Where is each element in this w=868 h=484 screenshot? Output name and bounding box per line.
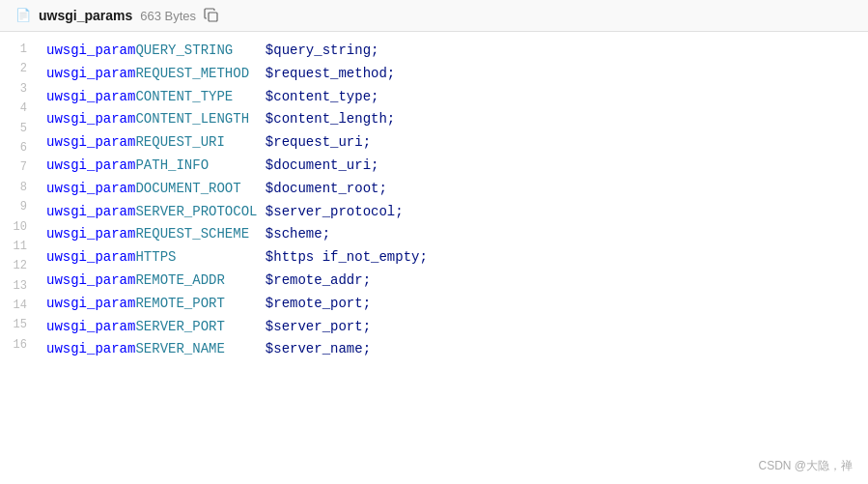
param-name: SERVER_PROTOCOL: [135, 201, 265, 224]
param-value: $content_length;: [266, 108, 395, 131]
code-line: uwsgi_param QUERY_STRING $query_string;: [46, 40, 860, 63]
copy-icon[interactable]: [204, 8, 219, 23]
param-value: $query_string;: [266, 40, 379, 63]
file-icon: 📄: [15, 8, 31, 23]
code-line: uwsgi_param REMOTE_PORT $remote_port;: [46, 293, 860, 316]
header: 📄 uwsgi_params 663 Bytes: [0, 0, 868, 32]
param-name: HTTPS: [135, 246, 265, 270]
line-number: 8: [8, 178, 27, 197]
file-name: uwsgi_params: [39, 8, 132, 23]
param-value: $request_uri;: [266, 131, 371, 155]
param-name: SERVER_NAME: [135, 338, 265, 361]
code-line: uwsgi_param HTTPS $https if_not_empty;: [46, 246, 860, 270]
param-name: PATH_INFO: [135, 155, 265, 178]
watermark: CSDN @大隐，禅: [758, 458, 853, 474]
file-size: 663 Bytes: [140, 9, 196, 23]
param-name: SERVER_PORT: [135, 316, 265, 339]
line-number: 14: [8, 296, 27, 315]
line-number: 10: [8, 217, 27, 237]
keyword: uwsgi_param: [46, 63, 135, 86]
keyword: uwsgi_param: [46, 131, 135, 155]
code-line: uwsgi_param CONTENT_TYPE $content_type;: [46, 86, 860, 109]
keyword: uwsgi_param: [46, 178, 135, 201]
param-value: $content_type;: [266, 86, 379, 109]
param-value: $server_port;: [266, 316, 371, 339]
code-line: uwsgi_param REQUEST_METHOD $request_meth…: [46, 63, 860, 86]
param-name: REMOTE_PORT: [135, 293, 265, 316]
keyword: uwsgi_param: [46, 223, 135, 246]
keyword: uwsgi_param: [46, 201, 135, 224]
param-value: $document_uri;: [266, 155, 379, 178]
param-value: $server_protocol;: [266, 201, 404, 224]
line-number: 11: [8, 237, 27, 256]
param-name: REQUEST_URI: [135, 131, 265, 155]
param-value: $https if_not_empty;: [266, 246, 428, 270]
code-line: uwsgi_param REQUEST_URI $request_uri;: [46, 131, 860, 155]
keyword: uwsgi_param: [46, 246, 135, 270]
param-name: REMOTE_ADDR: [135, 270, 265, 293]
svg-rect-0: [209, 13, 217, 21]
code-line: uwsgi_param SERVER_NAME $server_name;: [46, 338, 860, 361]
param-name: QUERY_STRING: [135, 40, 265, 63]
keyword: uwsgi_param: [46, 293, 135, 316]
keyword: uwsgi_param: [46, 338, 135, 361]
code-line: uwsgi_param SERVER_PORT $server_port;: [46, 316, 860, 339]
param-value: $document_root;: [266, 178, 387, 201]
line-number: 5: [8, 119, 27, 138]
keyword: uwsgi_param: [46, 270, 135, 293]
keyword: uwsgi_param: [46, 316, 135, 339]
line-number: 6: [8, 138, 27, 157]
line-number: 12: [8, 256, 27, 275]
param-name: REQUEST_SCHEME: [135, 223, 265, 246]
line-number: 4: [8, 99, 27, 118]
line-number: 2: [8, 59, 27, 78]
line-number: 7: [8, 157, 27, 177]
param-value: $scheme;: [266, 223, 330, 246]
param-value: $server_name;: [266, 338, 371, 361]
keyword: uwsgi_param: [46, 40, 135, 63]
param-value: $remote_addr;: [266, 270, 371, 293]
param-value: $remote_port;: [266, 293, 371, 316]
line-number: 1: [8, 40, 27, 59]
code-line: uwsgi_param REQUEST_SCHEME $scheme;: [46, 223, 860, 246]
code-container: 12345678910111213141516 uwsgi_param QUER…: [0, 32, 868, 369]
line-number: 9: [8, 197, 27, 216]
code-line: uwsgi_param REMOTE_ADDR $remote_addr;: [46, 270, 860, 293]
keyword: uwsgi_param: [46, 86, 135, 109]
code-line: uwsgi_param DOCUMENT_ROOT $document_root…: [46, 178, 860, 201]
param-value: $request_method;: [266, 63, 395, 86]
code-lines: uwsgi_param QUERY_STRING $query_string;u…: [39, 40, 868, 361]
param-name: DOCUMENT_ROOT: [135, 178, 265, 201]
keyword: uwsgi_param: [46, 155, 135, 178]
line-number: 13: [8, 276, 27, 296]
line-numbers: 12345678910111213141516: [0, 40, 39, 361]
param-name: CONTENT_LENGTH: [135, 108, 265, 131]
keyword: uwsgi_param: [46, 108, 135, 131]
line-number: 3: [8, 79, 27, 99]
code-line: uwsgi_param CONTENT_LENGTH $content_leng…: [46, 108, 860, 131]
line-number: 15: [8, 315, 27, 334]
param-name: CONTENT_TYPE: [135, 86, 265, 109]
line-number: 16: [8, 335, 27, 355]
code-line: uwsgi_param PATH_INFO $document_uri;: [46, 155, 860, 178]
code-line: uwsgi_param SERVER_PROTOCOL $server_prot…: [46, 201, 860, 224]
param-name: REQUEST_METHOD: [135, 63, 265, 86]
